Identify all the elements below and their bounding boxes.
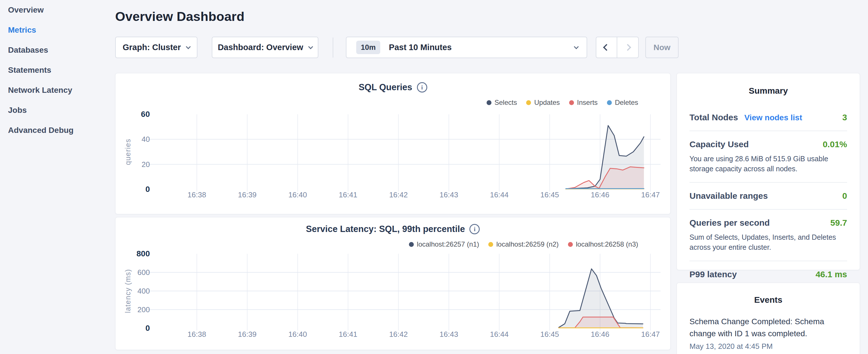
- svg-text:200: 200: [137, 305, 150, 314]
- graph-dropdown[interactable]: Graph: Cluster: [115, 37, 197, 58]
- time-range-dropdown[interactable]: 10m Past 10 Minutes: [346, 37, 587, 58]
- svg-text:800: 800: [136, 249, 150, 258]
- summary-label: Capacity Used: [689, 139, 749, 149]
- svg-text:16:44: 16:44: [490, 190, 509, 199]
- svg-text:16:42: 16:42: [389, 330, 408, 339]
- legend-label: Deletes: [615, 99, 638, 106]
- service-latency-chart-card: Service Latency: SQL, 99th percentile i …: [115, 217, 671, 350]
- time-range-label: Past 10 Minutes: [389, 43, 452, 52]
- event-timestamp: May 13, 2020 at 4:45 PM: [689, 342, 847, 351]
- chevron-down-icon: [186, 44, 191, 49]
- legend-label: Selects: [495, 99, 517, 106]
- events-panel: Events Schema Change Completed: Schema c…: [677, 283, 860, 354]
- sidebar-item-advanced-debug[interactable]: Advanced Debug: [0, 120, 112, 140]
- svg-text:16:38: 16:38: [187, 330, 206, 339]
- events-heading: Events: [689, 291, 847, 305]
- legend-label: Updates: [534, 99, 560, 106]
- chevron-right-icon: [624, 44, 631, 51]
- time-step-forward-button[interactable]: [617, 37, 638, 58]
- chart-title: Service Latency: SQL, 99th percentile: [306, 224, 465, 234]
- summary-heading: Summary: [689, 82, 847, 96]
- chevron-down-icon: [574, 44, 579, 49]
- controls-divider: [333, 37, 333, 58]
- legend-dot-icon: [487, 100, 492, 105]
- sidebar-item-network-latency[interactable]: Network Latency: [0, 80, 112, 100]
- sidebar-item-jobs[interactable]: Jobs: [0, 100, 112, 120]
- time-step-buttons: [596, 37, 639, 58]
- svg-text:16:47: 16:47: [641, 190, 660, 199]
- dashboard-dropdown[interactable]: Dashboard: Overview: [212, 37, 318, 58]
- svg-text:16:44: 16:44: [490, 330, 509, 339]
- summary-label: Total Nodes: [689, 112, 738, 122]
- chevron-left-icon: [603, 44, 610, 51]
- summary-panel: Summary Total Nodes View nodes list 3 Ca…: [677, 73, 860, 270]
- legend-dot-icon: [569, 100, 574, 105]
- svg-text:16:38: 16:38: [187, 190, 206, 199]
- legend-item: Selects: [487, 99, 517, 106]
- svg-text:16:39: 16:39: [238, 330, 256, 339]
- sidebar-item-overview[interactable]: Overview: [0, 0, 112, 20]
- svg-text:600: 600: [137, 268, 150, 277]
- summary-value: 0.01%: [823, 139, 847, 149]
- service-latency-chart[interactable]: 16:3816:3916:4016:4116:4216:4316:4416:45…: [116, 246, 670, 347]
- svg-text:latency (ms): latency (ms): [124, 269, 132, 313]
- legend-item: Inserts: [569, 99, 598, 106]
- summary-label: P99 latency: [689, 269, 737, 279]
- svg-text:16:40: 16:40: [288, 330, 307, 339]
- event-text: Schema Change Completed: Schema change w…: [689, 316, 847, 340]
- svg-text:60: 60: [141, 110, 150, 119]
- summary-value: 59.7: [831, 218, 847, 228]
- info-icon[interactable]: i: [469, 224, 480, 234]
- now-button[interactable]: Now: [645, 37, 679, 58]
- page-title: Overview Dashboard: [115, 9, 244, 24]
- sidebar-item-databases[interactable]: Databases: [0, 40, 112, 60]
- view-nodes-list-link[interactable]: View nodes list: [744, 113, 802, 122]
- svg-text:16:42: 16:42: [389, 190, 408, 199]
- svg-text:40: 40: [142, 135, 150, 143]
- svg-text:16:45: 16:45: [540, 190, 559, 199]
- summary-label: Queries per second: [689, 218, 770, 228]
- legend-item: Deletes: [607, 99, 638, 106]
- svg-text:0: 0: [145, 324, 150, 332]
- svg-text:16:39: 16:39: [238, 190, 256, 199]
- svg-text:16:47: 16:47: [641, 330, 660, 339]
- svg-text:0: 0: [145, 185, 150, 194]
- legend-item: Updates: [526, 99, 560, 106]
- legend-dot-icon: [526, 100, 531, 105]
- svg-text:16:41: 16:41: [339, 190, 358, 199]
- chevron-down-icon: [308, 44, 313, 49]
- summary-value: 0: [842, 191, 847, 201]
- time-range-badge: 10m: [356, 41, 380, 54]
- svg-text:16:46: 16:46: [591, 330, 609, 339]
- sql-queries-chart-card: SQL Queries i SelectsUpdatesInsertsDelet…: [115, 73, 671, 214]
- summary-value: 3: [842, 112, 847, 122]
- svg-text:16:40: 16:40: [288, 190, 307, 199]
- legend-label: Inserts: [577, 99, 598, 106]
- sidebar-item-statements[interactable]: Statements: [0, 60, 112, 80]
- chart-title: SQL Queries: [359, 82, 412, 93]
- time-step-back-button[interactable]: [596, 37, 617, 58]
- info-icon[interactable]: i: [417, 82, 427, 93]
- svg-text:20: 20: [142, 160, 150, 169]
- sidebar-item-metrics[interactable]: Metrics: [0, 20, 112, 40]
- svg-text:16:43: 16:43: [440, 190, 458, 199]
- summary-row-unavailable-ranges: Unavailable ranges 0: [689, 183, 847, 210]
- legend-dot-icon: [607, 100, 612, 105]
- svg-text:16:41: 16:41: [339, 330, 358, 339]
- svg-text:16:45: 16:45: [540, 330, 559, 339]
- summary-row-queries-per-second: Queries per second 59.7 Sum of Selects, …: [689, 210, 847, 261]
- svg-text:16:43: 16:43: [440, 330, 458, 339]
- svg-text:400: 400: [137, 287, 150, 295]
- summary-description: Sum of Selects, Updates, Inserts, and De…: [689, 232, 847, 252]
- sql-queries-chart[interactable]: 16:3816:3916:4016:4116:4216:4316:4416:45…: [116, 108, 670, 208]
- svg-text:queries: queries: [124, 139, 132, 165]
- summary-value: 46.1 ms: [815, 269, 847, 279]
- summary-row-total-nodes: Total Nodes View nodes list 3: [689, 104, 847, 131]
- summary-row-capacity-used: Capacity Used 0.01% You are using 28.6 M…: [689, 131, 847, 183]
- sidebar: Overview Metrics Databases Statements Ne…: [0, 0, 112, 140]
- event-item[interactable]: Schema Change Completed: Schema change w…: [689, 316, 847, 351]
- summary-description: You are using 28.6 MiB of 515.9 GiB usab…: [689, 154, 847, 174]
- dashboard-dropdown-label: Dashboard: Overview: [218, 43, 303, 52]
- graph-dropdown-label: Graph: Cluster: [123, 43, 181, 52]
- summary-label: Unavailable ranges: [689, 191, 768, 201]
